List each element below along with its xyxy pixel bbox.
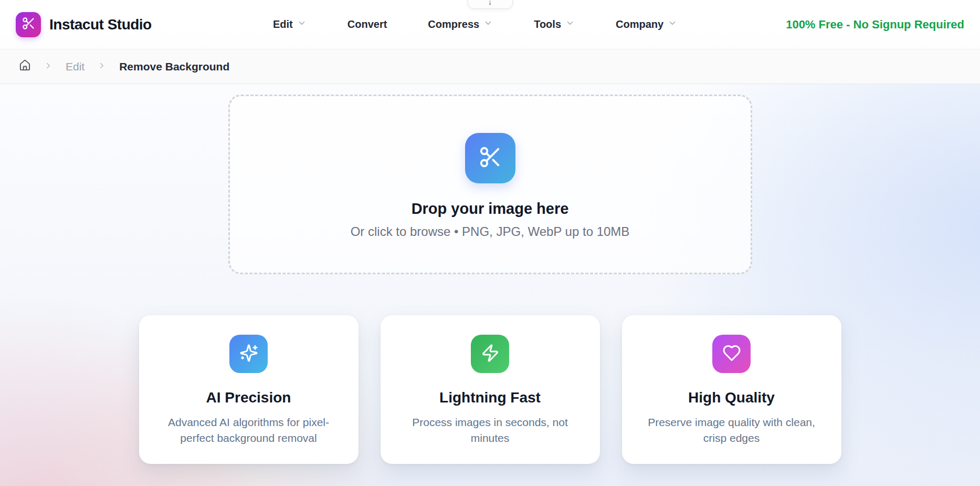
feature-description: Process images in seconds, not minutes: [398, 415, 583, 447]
nav-item-label: Convert: [347, 18, 387, 30]
chevron-down-icon: [668, 18, 677, 30]
feature-title: High Quality: [688, 389, 775, 406]
nav-item-edit[interactable]: Edit: [273, 18, 307, 30]
feature-icon-badge: [712, 335, 751, 373]
nav-item-compress[interactable]: Compress: [428, 18, 493, 30]
scissors-icon: [478, 145, 502, 171]
promo-badge: 100% Free - No Signup Required: [786, 18, 964, 32]
nav-item-label: Compress: [428, 18, 479, 30]
header: ↓ Instacut Studio Edit Convert: [0, 0, 980, 49]
feature-card-ai-precision: AI Precision Advanced AI algorithms for …: [139, 315, 359, 464]
feature-icon-badge: [471, 335, 509, 373]
arrow-down-icon: ↓: [488, 0, 492, 6]
nav-item-company[interactable]: Company: [616, 18, 677, 30]
chevron-down-icon: [483, 18, 493, 30]
feature-title: Lightning Fast: [439, 389, 541, 406]
feature-icon-badge: [229, 335, 268, 373]
app-title: Instacut Studio: [49, 16, 152, 33]
image-dropzone[interactable]: Drop your image here Or click to browse …: [228, 95, 752, 274]
feature-cards: AI Precision Advanced AI algorithms for …: [139, 315, 841, 464]
breadcrumb: Edit Remove Background: [0, 49, 980, 84]
dropzone-icon-badge: [465, 133, 515, 183]
feature-card-lightning-fast: Lightning Fast Process images in seconds…: [381, 315, 600, 464]
brand[interactable]: Instacut Studio: [16, 12, 152, 37]
chevron-right-icon: [44, 61, 53, 73]
breadcrumb-item-edit[interactable]: Edit: [66, 60, 85, 73]
scroll-hint-button[interactable]: ↓: [468, 0, 513, 9]
sparkles-icon: [239, 344, 258, 365]
breadcrumb-item-current: Remove Background: [119, 60, 229, 73]
chevron-down-icon: [565, 18, 575, 30]
scissors-icon: [22, 16, 36, 33]
feature-description: Advanced AI algorithms for pixel-perfect…: [156, 415, 341, 447]
chevron-down-icon: [297, 18, 307, 30]
feature-card-high-quality: High Quality Preserve image quality with…: [622, 315, 841, 464]
dropzone-subtitle: Or click to browse • PNG, JPG, WebP up t…: [351, 224, 630, 239]
app-logo: [16, 12, 41, 37]
home-icon[interactable]: [19, 59, 31, 74]
feature-title: AI Precision: [206, 389, 291, 406]
main-content: Drop your image here Or click to browse …: [0, 84, 980, 486]
nav-item-convert[interactable]: Convert: [347, 18, 387, 30]
feature-description: Preserve image quality with clean, crisp…: [639, 415, 824, 447]
nav-item-label: Edit: [273, 18, 293, 30]
nav-item-label: Tools: [534, 18, 561, 30]
nav-item-label: Company: [616, 18, 663, 30]
heart-icon: [722, 344, 741, 365]
dropzone-title: Drop your image here: [412, 200, 569, 218]
lightning-icon: [481, 344, 500, 365]
chevron-right-icon: [97, 61, 107, 73]
nav-item-tools[interactable]: Tools: [534, 18, 575, 30]
